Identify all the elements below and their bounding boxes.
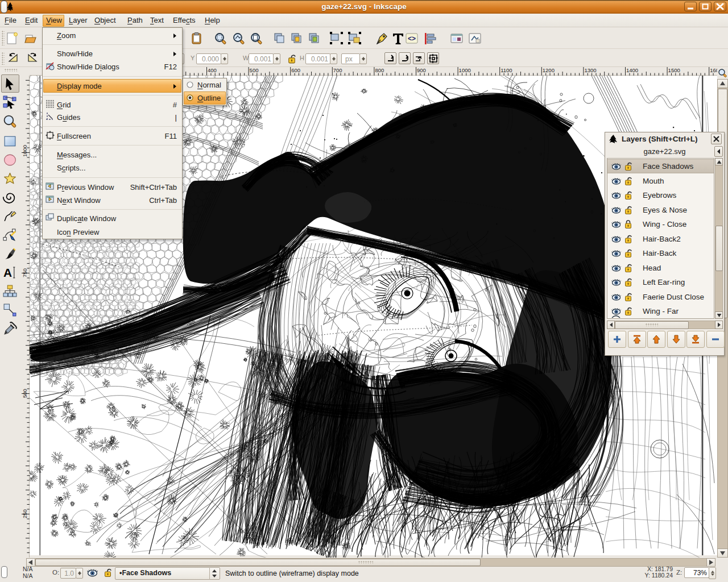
svg-text:1000: 1000: [459, 67, 471, 73]
svg-text:500: 500: [22, 389, 28, 398]
svg-text:1200: 1200: [543, 67, 555, 73]
svg-text:1600: 1600: [710, 67, 717, 73]
svg-text:750: 750: [22, 268, 28, 277]
svg-text:500: 500: [250, 67, 259, 73]
svg-text:1300: 1300: [584, 67, 596, 73]
svg-text:400: 400: [208, 67, 217, 73]
svg-text:1100: 1100: [500, 67, 512, 73]
svg-text:1000: 1000: [22, 145, 28, 157]
svg-text:A: A: [3, 266, 12, 279]
svg-text:1500: 1500: [668, 67, 680, 73]
svg-text:800: 800: [375, 67, 384, 73]
svg-text:900: 900: [417, 67, 426, 73]
svg-text:250: 250: [22, 509, 28, 518]
svg-text:600: 600: [291, 67, 300, 73]
svg-text:<>: <>: [408, 35, 416, 43]
svg-text:1400: 1400: [626, 67, 638, 73]
svg-text:700: 700: [333, 67, 342, 73]
